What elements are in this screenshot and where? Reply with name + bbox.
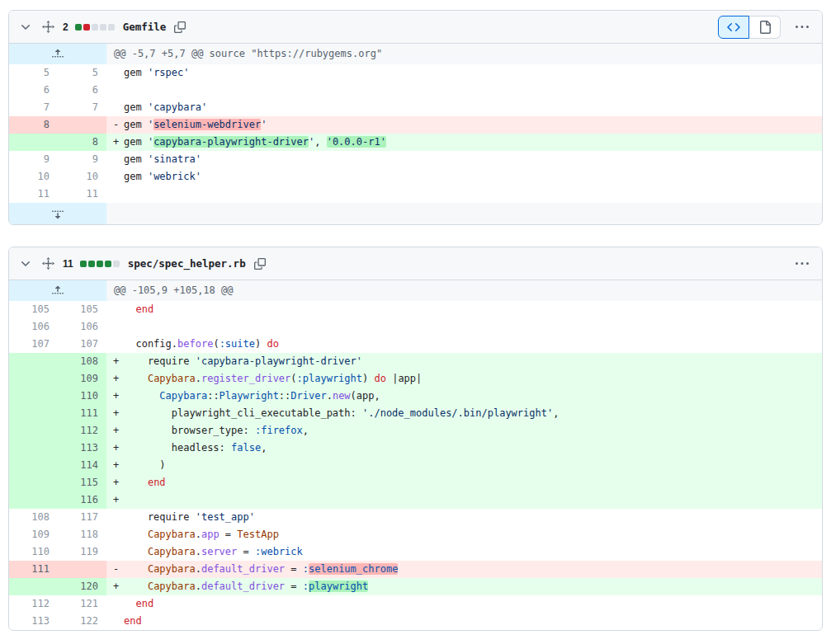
old-line-number[interactable]: 5 [9,64,58,82]
copy-path-button[interactable] [253,256,267,271]
new-line-number[interactable]: 109 [58,370,106,388]
new-line-number[interactable]: 111 [58,405,106,422]
new-line-number[interactable]: 106 [58,318,106,336]
code-tokens: end [124,615,142,627]
old-line-number[interactable]: 6 [9,82,58,99]
new-line-number[interactable]: 121 [58,595,106,613]
new-line-number[interactable]: 10 [58,168,106,186]
new-line-number[interactable]: 114 [58,457,106,474]
new-line-number[interactable]: 8 [58,134,106,151]
drag-handle-icon[interactable] [40,19,56,35]
diff-line-context: 112121 end [9,595,822,613]
code-token: './node_modules/.bin/playwright' [362,407,553,419]
new-line-number[interactable]: 115 [58,474,106,491]
code-token: : [303,581,309,592]
diff-line-context: 99 gem 'sinatra' [9,151,822,168]
line-content: gem 'sinatra' [106,151,822,168]
code-token: config. [124,338,177,350]
new-line-number[interactable]: 110 [58,388,106,405]
old-line-number[interactable]: 106 [9,318,58,336]
old-line-number[interactable] [9,457,58,474]
old-line-number[interactable]: 108 [9,509,58,526]
old-line-number[interactable]: 11 [9,186,58,203]
diff-line-add: 114+ ) [9,457,822,474]
code-token: Driver [290,390,326,402]
old-line-number[interactable] [9,474,58,491]
old-line-number[interactable]: 111 [9,561,58,578]
old-line-number[interactable]: 107 [9,336,58,353]
file-options-button[interactable] [791,254,814,274]
code-token: ( [213,338,219,350]
old-line-number[interactable] [9,370,58,388]
code-token [124,581,148,592]
file-name[interactable]: Gemfile [123,21,167,33]
old-line-number[interactable]: 105 [9,301,58,318]
line-content: + headless: false, [106,440,822,457]
expand-up-button[interactable] [9,44,106,64]
old-line-number[interactable] [9,422,58,440]
new-line-number[interactable]: 6 [58,82,106,99]
file-options-button[interactable] [791,17,814,37]
new-line-number[interactable]: 118 [58,526,106,543]
old-line-number[interactable]: 109 [9,526,58,543]
diff-table: @@ -105,9 +105,18 @@105105 end106106 107… [9,280,822,630]
code-token: end [148,477,166,488]
old-line-number[interactable] [9,388,58,405]
diffstat [75,24,115,31]
new-line-number[interactable]: 11 [58,186,106,203]
old-line-number[interactable] [9,134,58,151]
old-line-number[interactable] [9,405,58,422]
old-line-number[interactable]: 7 [9,99,58,116]
new-line-number[interactable]: 105 [58,301,106,318]
code-token: = [285,563,303,575]
code-token [124,598,135,609]
old-line-number[interactable]: 10 [9,168,58,186]
code-tokens: Capybara.default_driver = :playwright [124,581,368,592]
line-content: end [106,595,822,613]
code-token: default_driver [201,581,285,592]
drag-handle-icon[interactable] [40,256,56,271]
old-line-number[interactable]: 113 [9,613,58,630]
line-content: + Capybara.default_driver = :playwright [106,578,822,595]
new-line-number[interactable]: 108 [58,353,106,370]
old-line-number[interactable]: 9 [9,151,58,168]
code-token: |app| [386,373,422,384]
old-line-number[interactable] [9,440,58,457]
new-line-number[interactable]: 116 [58,491,106,509]
old-line-number[interactable]: 110 [9,543,58,561]
file-name[interactable]: spec/spec_helper.rb [128,257,246,270]
expand-up-button[interactable] [9,280,106,301]
old-line-number[interactable]: 112 [9,595,58,613]
new-line-number[interactable]: 107 [58,336,106,353]
new-line-number[interactable]: 122 [58,613,106,630]
fold-down-icon [51,207,64,220]
code-token: register_driver [201,373,290,384]
new-line-number[interactable]: 7 [58,99,106,116]
new-line-number[interactable]: 119 [58,543,106,561]
diff-marker [113,543,124,561]
new-line-number[interactable] [58,561,106,578]
collapse-file-button[interactable] [17,256,34,272]
code-token: : [303,563,309,575]
copy-path-button[interactable] [172,20,187,35]
file-changes-count: 11 [63,258,73,270]
old-line-number[interactable] [9,491,58,509]
rich-diff-button[interactable] [749,16,781,39]
new-line-number[interactable]: 112 [58,422,106,440]
new-line-number[interactable]: 117 [58,509,106,526]
new-line-number[interactable]: 9 [58,151,106,168]
collapse-file-button[interactable] [17,19,34,35]
diff-line-context: 55 gem 'rspec' [9,64,822,82]
source-diff-button[interactable] [718,16,749,39]
new-line-number[interactable]: 113 [58,440,106,457]
old-line-number[interactable] [9,353,58,370]
old-line-number[interactable] [9,578,58,595]
code-tokens: gem 'selenium-webdriver' [124,119,267,130]
new-line-number[interactable]: 120 [58,578,106,595]
new-line-number[interactable]: 5 [58,64,106,82]
expand-down-button[interactable] [9,203,106,224]
diff-marker [113,99,124,116]
new-line-number[interactable] [58,116,106,134]
file-changes-count: 2 [63,21,68,33]
old-line-number[interactable]: 8 [9,116,58,134]
